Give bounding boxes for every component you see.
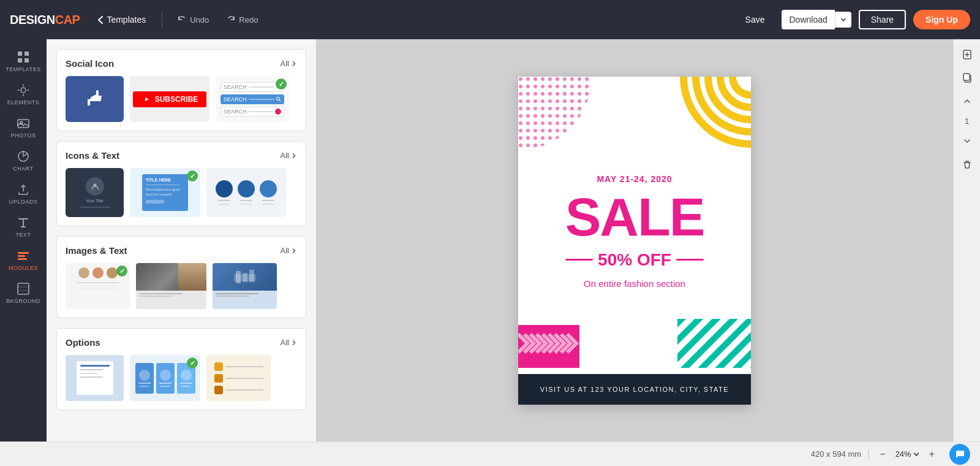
topbar: DESIGNCAP Templates Undo Redo Save Downl…: [0, 0, 980, 39]
premium-badge-opt2: ✓: [187, 357, 198, 369]
icons-text-item-1[interactable]: Your Title: [66, 168, 124, 217]
images-text-title: Images & Text: [66, 245, 127, 256]
zoom-out-button[interactable]: −: [876, 448, 889, 461]
move-up-button[interactable]: [957, 91, 978, 112]
premium-badge-social: ✓: [276, 78, 287, 90]
options-item-2[interactable]: ✓: [130, 355, 200, 401]
icons-text-title: Icons & Text: [66, 150, 119, 161]
sidebar-item-text[interactable]: TEXT: [0, 210, 47, 243]
delete-page-button[interactable]: [957, 154, 978, 175]
chevron-right-icon: [291, 61, 297, 67]
youtube-play-icon: [141, 96, 151, 103]
images-text-item-3[interactable]: ✓: [213, 263, 277, 309]
sidebar-label-text: TEXT: [15, 232, 31, 238]
icons-text-items-row: Your Title ✓ TITLE HERE Description text…: [66, 168, 297, 217]
svg-rect-9: [18, 255, 25, 257]
modules-panel: Social Icon All: [47, 39, 316, 441]
templates-label: Templates: [107, 15, 146, 25]
templates-button[interactable]: Templates: [92, 11, 152, 28]
sidebar-label-modules: MODULES: [9, 265, 38, 271]
social-icon-item-3[interactable]: SEARCH SEARCH SEARCH: [216, 76, 289, 122]
sidebar-item-modules[interactable]: MODULES: [0, 243, 47, 276]
page-number: 1: [965, 114, 969, 128]
move-down-button[interactable]: [957, 131, 978, 151]
options-item-1[interactable]: [66, 355, 124, 401]
sidebar-item-bkground[interactable]: BKGROUND: [0, 276, 47, 309]
svg-rect-22: [243, 273, 247, 282]
search-dot-icon: [276, 110, 280, 113]
poster-date: MAY 21-24, 2020: [597, 174, 672, 184]
poster-canvas[interactable]: MAY 21-24, 2020 SALE 50% OFF On entire f…: [518, 77, 751, 405]
download-button[interactable]: Download: [782, 10, 834, 29]
bottom-bar: 420 x 594 mm | − 24% +: [0, 441, 980, 466]
poster-content: MAY 21-24, 2020 SALE 50% OFF On entire f…: [518, 77, 751, 405]
share-button[interactable]: Share: [859, 10, 906, 29]
poster-footer-text: VISIT US AT 123 YOUR LOCATION, CITY, STA…: [540, 386, 729, 393]
images-text-section: Images & Text All: [56, 236, 306, 318]
poster-subtitle: On entire fashion section: [584, 278, 685, 289]
download-caret-button[interactable]: [835, 12, 851, 28]
elements-icon: [17, 83, 30, 97]
sidebar-item-templates[interactable]: TEMPLATES: [0, 44, 47, 77]
icons-text-header: Icons & Text All: [66, 150, 297, 161]
social-icon-title: Social Icon: [66, 58, 114, 69]
zoom-chevron-icon: [913, 452, 919, 457]
icon-text-dark-tile: Your Title: [66, 168, 124, 217]
zoom-select[interactable]: 24%: [895, 449, 919, 459]
circle-item: [216, 180, 233, 205]
icons-text-all[interactable]: All: [281, 151, 297, 160]
images-text-items-row: ✓: [66, 263, 297, 309]
social-youtube-subscribe: SUBSCRIBE: [130, 76, 209, 122]
sidebar-item-uploads[interactable]: UPLOADS: [0, 177, 47, 210]
poster-line-right: [676, 259, 704, 261]
right-toolbar: 1: [953, 39, 980, 441]
zoom-level: 24%: [895, 449, 911, 459]
poster-sale-text: SALE: [565, 190, 704, 244]
chevron-left-icon: [98, 16, 103, 24]
options-all[interactable]: All: [281, 338, 297, 347]
options-item-3[interactable]: [206, 355, 271, 401]
svg-line-17: [279, 100, 281, 102]
icons-text-item-2[interactable]: ✓ TITLE HERE Description text goes here …: [130, 168, 200, 217]
duplicate-page-button[interactable]: [957, 67, 978, 88]
sidebar-item-elements[interactable]: ELEMENTS: [0, 77, 47, 110]
social-icon-item-2[interactable]: SUBSCRIBE: [130, 76, 209, 122]
add-page-button[interactable]: [957, 44, 978, 65]
images-text-header: Images & Text All: [66, 245, 297, 256]
signup-button[interactable]: Sign Up: [913, 10, 970, 29]
images-text-item-1[interactable]: ✓: [66, 263, 130, 309]
svg-point-16: [277, 97, 280, 100]
social-icon-all[interactable]: All: [281, 59, 297, 68]
person-icon: [91, 182, 99, 191]
save-button[interactable]: Save: [736, 10, 775, 29]
chevron-down-icon: [840, 17, 846, 23]
svg-rect-1: [24, 52, 29, 56]
chat-button[interactable]: [949, 444, 970, 465]
sidebar-label-photos: PHOTOS: [11, 132, 36, 139]
icon-text-circles-tile: [206, 168, 286, 217]
sidebar-item-chart[interactable]: CHART: [0, 143, 47, 177]
zoom-in-button[interactable]: +: [925, 448, 938, 461]
social-icon-section: Social Icon All: [56, 49, 306, 131]
icons-text-item-3[interactable]: [206, 168, 286, 217]
social-icon-items-row: SUBSCRIBE SEARCH SEARCH: [66, 76, 297, 122]
canvas-size-label: 420 x 594 mm: [811, 449, 861, 459]
sidebar-label-uploads: UPLOADS: [9, 199, 38, 205]
redo-label: Redo: [239, 15, 258, 25]
svg-rect-10: [18, 258, 27, 260]
social-icon-item-1[interactable]: [66, 76, 124, 122]
images-text-item-2[interactable]: [136, 263, 206, 309]
icons-text-all-label: All: [281, 151, 289, 160]
sidebar-item-photos[interactable]: PHOTOS: [0, 110, 47, 143]
options-tile-1: [66, 355, 124, 401]
svg-rect-37: [963, 74, 970, 80]
sidebar-label-elements: ELEMENTS: [7, 99, 40, 105]
canvas-area: MAY 21-24, 2020 SALE 50% OFF On entire f…: [316, 39, 953, 441]
search-icon-2: [276, 97, 281, 102]
thumbs-up-icon: [78, 82, 111, 116]
images-text-all[interactable]: All: [281, 246, 297, 255]
duplicate-icon: [962, 73, 972, 83]
undo-button[interactable]: Undo: [172, 11, 214, 28]
chat-icon: [954, 449, 965, 460]
redo-button[interactable]: Redo: [221, 11, 263, 28]
